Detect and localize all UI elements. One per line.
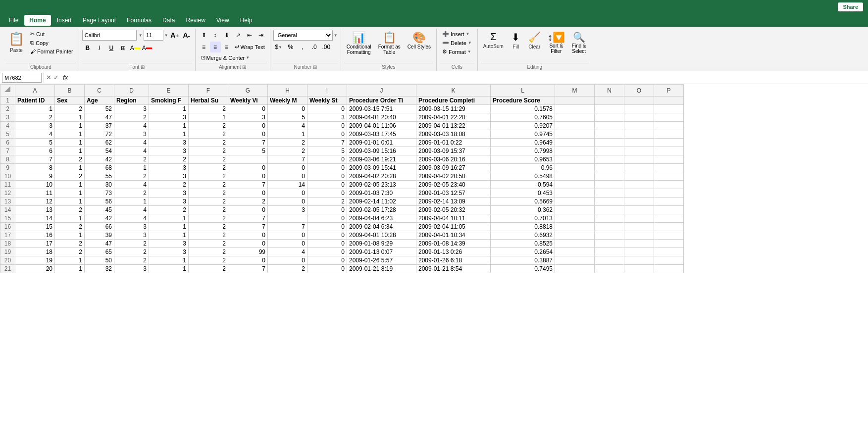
- comma-button[interactable]: ,: [297, 42, 308, 52]
- data-cell-6-7[interactable]: 7: [268, 155, 307, 164]
- data-cell-2-2[interactable]: 37: [85, 122, 114, 130]
- data-cell-16-2[interactable]: 47: [85, 240, 114, 248]
- data-cell-9-14[interactable]: [624, 181, 654, 189]
- data-cell-1-11[interactable]: 0.7605: [491, 113, 555, 122]
- data-cell-19-15[interactable]: [654, 265, 684, 273]
- data-cell-1-10[interactable]: 2009-04-01 22:20: [416, 113, 491, 122]
- data-cell-2-9[interactable]: 2009-04-01 11:06: [347, 122, 416, 130]
- number-format-expand-icon[interactable]: ▼: [334, 33, 338, 38]
- data-cell-18-13[interactable]: [595, 256, 624, 265]
- data-cell-4-7[interactable]: 2: [268, 139, 307, 147]
- header-cell-3[interactable]: Region: [114, 97, 149, 105]
- data-cell-8-15[interactable]: [654, 172, 684, 181]
- data-cell-19-7[interactable]: 2: [268, 265, 307, 273]
- data-cell-10-0[interactable]: 11: [15, 189, 55, 197]
- header-cell-1[interactable]: Sex: [55, 97, 85, 105]
- data-cell-12-7[interactable]: 3: [268, 206, 307, 214]
- data-cell-18-7[interactable]: 0: [268, 256, 307, 265]
- data-cell-0-14[interactable]: [624, 105, 654, 113]
- data-cell-10-3[interactable]: 2: [114, 189, 149, 197]
- data-cell-16-7[interactable]: 0: [268, 240, 307, 248]
- align-center-button[interactable]: ≡: [210, 42, 221, 52]
- data-cell-1-13[interactable]: [595, 113, 624, 122]
- format-dropdown-icon[interactable]: ▼: [467, 49, 471, 54]
- data-cell-7-0[interactable]: 8: [15, 164, 55, 172]
- data-cell-18-10[interactable]: 2009-01-26 6:18: [416, 256, 491, 265]
- data-cell-11-8[interactable]: 2: [307, 197, 347, 206]
- data-cell-19-4[interactable]: 1: [149, 265, 189, 273]
- header-cell-15[interactable]: [654, 97, 684, 105]
- wrap-text-button[interactable]: ↵ Wrap Text: [233, 42, 267, 52]
- data-cell-5-8[interactable]: 5: [307, 147, 347, 155]
- data-cell-6-3[interactable]: 2: [114, 155, 149, 164]
- col-header-O[interactable]: O: [624, 85, 654, 97]
- col-header-G[interactable]: G: [228, 85, 268, 97]
- data-cell-8-12[interactable]: [555, 172, 595, 181]
- data-cell-3-1[interactable]: 1: [55, 130, 85, 139]
- sort-filter-button[interactable]: ↕🔽 Sort &Filter: [545, 30, 567, 55]
- data-cell-14-5[interactable]: 2: [189, 223, 228, 231]
- data-cell-9-12[interactable]: [555, 181, 595, 189]
- data-cell-13-4[interactable]: 1: [149, 214, 189, 223]
- data-cell-6-5[interactable]: 2: [189, 155, 228, 164]
- data-cell-1-5[interactable]: 1: [189, 113, 228, 122]
- data-cell-16-9[interactable]: 2009-01-08 9:29: [347, 240, 416, 248]
- data-cell-14-3[interactable]: 3: [114, 223, 149, 231]
- data-cell-15-5[interactable]: 2: [189, 231, 228, 240]
- orientation-button[interactable]: ↗: [233, 30, 244, 41]
- data-cell-11-4[interactable]: 3: [149, 197, 189, 206]
- data-cell-4-8[interactable]: 7: [307, 139, 347, 147]
- data-cell-4-12[interactable]: [555, 139, 595, 147]
- data-cell-11-2[interactable]: 56: [85, 197, 114, 206]
- data-cell-14-13[interactable]: [595, 223, 624, 231]
- data-cell-19-10[interactable]: 2009-01-21 8:54: [416, 265, 491, 273]
- data-cell-5-7[interactable]: 2: [268, 147, 307, 155]
- data-cell-15-13[interactable]: [595, 231, 624, 240]
- data-cell-5-15[interactable]: [654, 147, 684, 155]
- data-cell-11-0[interactable]: 12: [15, 197, 55, 206]
- data-cell-8-1[interactable]: 2: [55, 172, 85, 181]
- data-cell-15-11[interactable]: 0.6932: [491, 231, 555, 240]
- col-header-M[interactable]: M: [555, 85, 595, 97]
- col-header-P[interactable]: P: [654, 85, 684, 97]
- data-cell-15-12[interactable]: [555, 231, 595, 240]
- data-cell-0-15[interactable]: [654, 105, 684, 113]
- data-cell-16-10[interactable]: 2009-01-08 14:39: [416, 240, 491, 248]
- data-cell-17-5[interactable]: 2: [189, 248, 228, 256]
- border-button[interactable]: ⊞: [118, 43, 129, 53]
- col-header-C[interactable]: C: [85, 85, 114, 97]
- data-cell-14-14[interactable]: [624, 223, 654, 231]
- data-cell-15-2[interactable]: 39: [85, 231, 114, 240]
- align-right-button[interactable]: ≡: [221, 42, 232, 52]
- col-header-N[interactable]: N: [595, 85, 624, 97]
- data-cell-12-6[interactable]: 0: [228, 206, 268, 214]
- data-cell-10-8[interactable]: 0: [307, 189, 347, 197]
- data-cell-19-2[interactable]: 32: [85, 265, 114, 273]
- data-cell-7-4[interactable]: 3: [149, 164, 189, 172]
- col-header-E[interactable]: E: [149, 85, 189, 97]
- col-header-I[interactable]: I: [307, 85, 347, 97]
- data-cell-1-1[interactable]: 1: [55, 113, 85, 122]
- data-cell-6-8[interactable]: 0: [307, 155, 347, 164]
- align-top-button[interactable]: ⬆: [199, 30, 209, 41]
- data-cell-14-9[interactable]: 2009-02-04 6:34: [347, 223, 416, 231]
- data-cell-10-14[interactable]: [624, 189, 654, 197]
- data-cell-6-11[interactable]: 0.9653: [491, 155, 555, 164]
- data-cell-17-12[interactable]: [555, 248, 595, 256]
- data-cell-18-4[interactable]: 1: [149, 256, 189, 265]
- col-header-A[interactable]: A: [15, 85, 55, 97]
- header-cell-6[interactable]: Weekly Vi: [228, 97, 268, 105]
- data-cell-0-4[interactable]: 1: [149, 105, 189, 113]
- data-cell-0-5[interactable]: 2: [189, 105, 228, 113]
- cancel-formula-icon[interactable]: ✕: [46, 74, 51, 81]
- data-cell-17-2[interactable]: 65: [85, 248, 114, 256]
- increase-decimal-button[interactable]: .0: [309, 42, 320, 52]
- data-cell-7-15[interactable]: [654, 164, 684, 172]
- data-cell-6-12[interactable]: [555, 155, 595, 164]
- data-cell-13-11[interactable]: 0.7013: [491, 214, 555, 223]
- data-cell-1-15[interactable]: [654, 113, 684, 122]
- data-cell-9-11[interactable]: 0.594: [491, 181, 555, 189]
- data-cell-6-1[interactable]: 2: [55, 155, 85, 164]
- data-cell-1-0[interactable]: 2: [15, 113, 55, 122]
- data-cell-16-0[interactable]: 17: [15, 240, 55, 248]
